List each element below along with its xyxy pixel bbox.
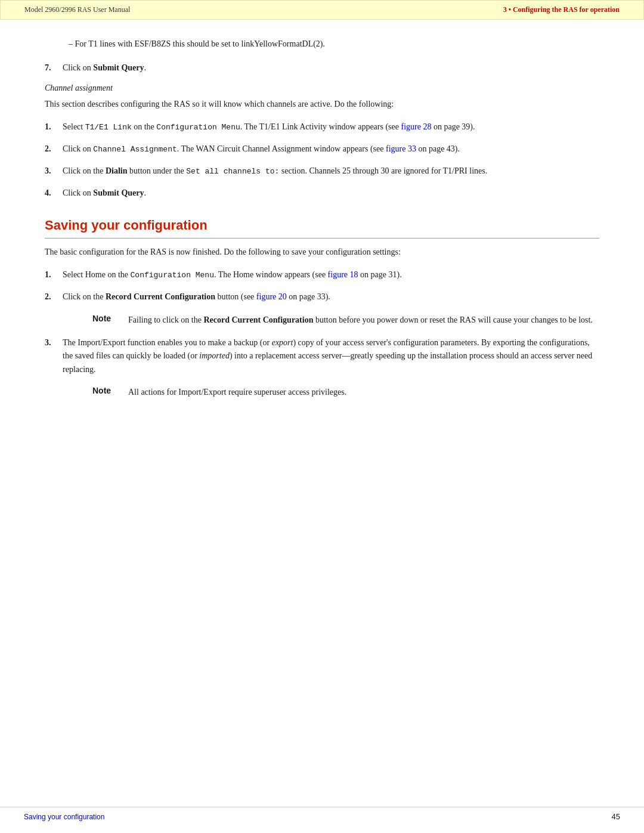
header-bar: Model 2960/2996 RAS User Manual 3 • Conf… xyxy=(0,0,644,20)
dialin-bold: Dialin xyxy=(106,166,128,175)
saving-step-3: 3. The Import/Export function enables yo… xyxy=(45,336,599,376)
figure-28-link[interactable]: figure 28 xyxy=(401,122,432,131)
config-menu-mono-2: Configuration Menu xyxy=(131,271,214,280)
channel-step-4-num: 4. xyxy=(45,187,63,200)
channel-step-1-text: Select T1/E1 Link on the Configuration M… xyxy=(63,120,599,134)
footer-section-label: Saving your configuration xyxy=(24,813,104,821)
channel-assignment-intro: This section describes configuring the R… xyxy=(45,98,599,111)
channel-step-3: 3. Click on the Dialin button under the … xyxy=(45,165,599,178)
step-7: 7. Click on Submit Query. xyxy=(45,61,599,75)
record-config-bold: Record Current Configuration xyxy=(106,292,215,301)
note-text-2: All actions for Import/Export require su… xyxy=(128,386,599,399)
note-box-2: Note All actions for Import/Export requi… xyxy=(92,386,599,399)
saving-intro: The basic configuration for the RAS is n… xyxy=(45,246,599,259)
saving-section-header: Saving your configuration xyxy=(45,218,599,239)
channel-step-3-text: Click on the Dialin button under the Set… xyxy=(63,165,599,178)
note-text-1: Failing to click on the Record Current C… xyxy=(128,314,599,327)
saving-step-2-num: 2. xyxy=(45,290,63,304)
note-label-2: Note xyxy=(92,386,121,395)
header-left-text: Model 2960/2996 RAS User Manual xyxy=(24,5,130,14)
saving-step-3-num: 3. xyxy=(45,336,63,376)
submit-query-bold-2: Submit Query xyxy=(93,188,144,197)
saving-step-2-text: Click on the Record Current Configuratio… xyxy=(63,290,599,304)
main-content: – For T1 lines with ESF/B8ZS this should… xyxy=(0,38,644,444)
saving-step-1-text: Select Home on the Configuration Menu. T… xyxy=(63,268,599,282)
note-box-1: Note Failing to click on the Record Curr… xyxy=(92,314,599,327)
t1e1-link-mono: T1/E1 Link xyxy=(85,123,132,132)
export-italic: export xyxy=(272,338,293,347)
page-wrapper: Model 2960/2996 RAS User Manual 3 • Conf… xyxy=(0,0,644,833)
record-config-bold-2: Record Current Configuration xyxy=(203,315,313,324)
step-7-bold: Submit Query xyxy=(93,63,144,72)
channel-assignment-section: Channel assignment This section describe… xyxy=(45,83,599,200)
t1-note: – For T1 lines with ESF/B8ZS this should… xyxy=(45,38,599,51)
saving-step-2: 2. Click on the Record Current Configura… xyxy=(45,290,599,304)
figure-33-link[interactable]: figure 33 xyxy=(386,144,416,153)
footer-page-number: 45 xyxy=(612,812,620,821)
saving-step-1: 1. Select Home on the Configuration Menu… xyxy=(45,268,599,282)
header-right-text: 3 • Configuring the RAS for operation xyxy=(503,5,620,14)
channel-step-1: 1. Select T1/E1 Link on the Configuratio… xyxy=(45,120,599,134)
channel-step-3-num: 3. xyxy=(45,165,63,178)
set-channels-mono: Set all channels to: xyxy=(186,167,279,176)
step-7-num: 7. xyxy=(45,61,63,75)
channel-assignment-heading: Channel assignment xyxy=(45,83,599,93)
figure-20-link[interactable]: figure 20 xyxy=(256,292,287,301)
header-section-title: Configuring the RAS for operation xyxy=(513,5,620,14)
page-footer: Saving your configuration 45 xyxy=(0,807,644,821)
channel-assignment-mono: Channel Assignment xyxy=(93,145,177,154)
saving-section-title: Saving your configuration xyxy=(45,218,599,233)
saving-step-1-num: 1. xyxy=(45,268,63,282)
imported-italic: imported xyxy=(199,351,230,360)
figure-18-link[interactable]: figure 18 xyxy=(328,270,358,279)
saving-step-3-text: The Import/Export function enables you t… xyxy=(63,336,599,376)
header-chapter-prefix: 3 • xyxy=(503,5,513,14)
channel-step-2-num: 2. xyxy=(45,143,63,156)
note-label-1: Note xyxy=(92,314,121,323)
channel-step-2: 2. Click on Channel Assignment. The WAN … xyxy=(45,143,599,156)
step-7-text: Click on Submit Query. xyxy=(63,61,599,75)
channel-step-4: 4. Click on Submit Query. xyxy=(45,187,599,200)
channel-step-1-num: 1. xyxy=(45,120,63,134)
channel-step-2-text: Click on Channel Assignment. The WAN Cir… xyxy=(63,143,599,156)
channel-step-4-text: Click on Submit Query. xyxy=(63,187,599,200)
config-menu-mono-1: Configuration Menu xyxy=(156,123,240,132)
